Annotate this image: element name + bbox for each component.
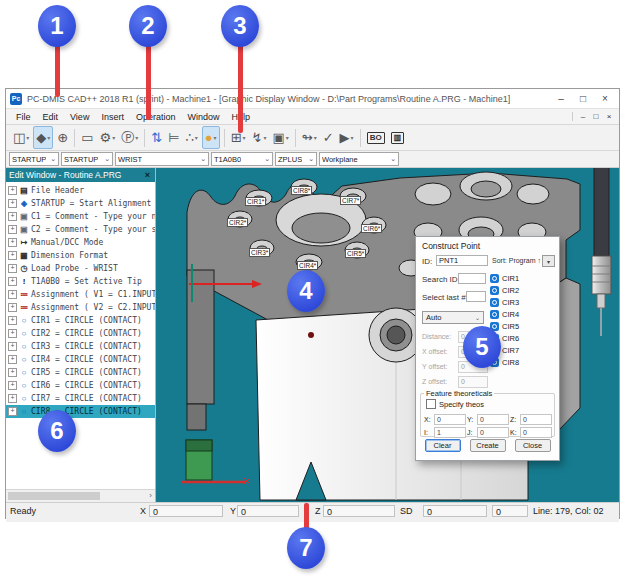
expand-icon[interactable]: + — [8, 238, 17, 247]
tree-item[interactable]: +○CIR2 = CIRCLE (CONTACT) — [6, 327, 155, 340]
expand-icon[interactable]: + — [8, 381, 17, 390]
menu-edit[interactable]: Edit — [37, 112, 65, 122]
checkbox-icon[interactable] — [426, 399, 436, 409]
field-value[interactable]: 0 — [520, 427, 552, 438]
graphic-window-icon[interactable]: ▥ — [389, 127, 407, 148]
point-feature-icon[interactable]: ●▾ — [202, 126, 220, 149]
tree-item[interactable]: +≔Assignment ( V2 = C2.INPUT ) — [6, 301, 155, 314]
method-combo[interactable]: Auto ⌄ — [422, 311, 484, 324]
loop-icon[interactable]: ↬▾ — [300, 127, 319, 148]
id-input[interactable] — [436, 255, 488, 266]
mdi-restore-button[interactable]: □ — [590, 112, 602, 121]
pan-zoom-icon[interactable]: ⊕ — [55, 127, 70, 148]
tree-item[interactable]: +○CIR8 = CIRCLE (CONTACT) — [6, 405, 155, 418]
chevron-down-icon[interactable]: ▾ — [263, 134, 266, 141]
shaded-view-icon[interactable]: ◆▾ — [33, 126, 53, 149]
menu-view[interactable]: View — [64, 112, 95, 122]
specify-theos-checkbox[interactable]: Specify theos — [426, 399, 484, 409]
tree-item[interactable]: +▣C2 = Comment - Type your shift — [6, 223, 155, 236]
close-button[interactable]: Close — [515, 439, 551, 452]
expand-icon[interactable]: + — [8, 407, 17, 416]
tree-item[interactable]: +▦Dimension Format — [6, 249, 155, 262]
chevron-down-icon[interactable]: ▾ — [351, 134, 354, 141]
verify-check-icon[interactable]: ✓ — [321, 127, 336, 148]
expand-icon[interactable]: + — [8, 355, 17, 364]
tree-item[interactable]: +○CIR5 = CIRCLE (CONTACT) — [6, 366, 155, 379]
report-window-icon[interactable]: BO — [365, 127, 387, 148]
expand-icon[interactable]: + — [8, 199, 17, 208]
maximize-button[interactable]: □ — [573, 91, 593, 106]
execute-icon[interactable]: ▶▾ — [338, 127, 356, 148]
scrollbar-thumb[interactable] — [8, 492, 100, 500]
expand-icon[interactable]: + — [8, 303, 17, 312]
field-value[interactable]: 0 — [477, 427, 509, 438]
expand-icon[interactable]: + — [8, 264, 17, 273]
combo-5[interactable]: Workplane⌄ — [319, 152, 399, 166]
tree-item[interactable]: +○CIR1 = CIRCLE (CONTACT) — [6, 314, 155, 327]
expand-icon[interactable]: + — [8, 290, 17, 299]
feature-list-item[interactable]: CIR8 — [490, 356, 554, 368]
chevron-down-icon[interactable]: ▾ — [214, 134, 217, 141]
chevron-down-icon[interactable]: ▾ — [26, 134, 29, 141]
chevron-down-icon[interactable]: ▾ — [286, 134, 289, 141]
field-value[interactable]: 0 — [434, 414, 466, 425]
tree-item[interactable]: +○CIR3 = CIRCLE (CONTACT) — [6, 340, 155, 353]
expand-icon[interactable]: + — [8, 225, 17, 234]
expand-icon[interactable]: + — [8, 251, 17, 260]
chevron-down-icon[interactable]: ▾ — [135, 134, 138, 141]
menu-operation[interactable]: Operation — [130, 112, 182, 122]
close-button[interactable]: × — [595, 91, 615, 106]
horizontal-scrollbar[interactable]: › — [6, 489, 155, 502]
auto-feature-icon[interactable]: ∴▾ — [183, 127, 199, 148]
tree-item[interactable]: +◈STARTUP = Start Alignment — [6, 197, 155, 210]
menu-window[interactable]: Window — [181, 112, 225, 122]
combo-4[interactable]: ZPLUS⌄ — [275, 152, 317, 166]
expand-icon[interactable]: + — [8, 186, 17, 195]
combo-3[interactable]: T1A0B0⌄ — [211, 152, 273, 166]
chevron-down-icon[interactable]: ▾ — [243, 134, 246, 141]
tree-item[interactable]: +◷Load Probe - WRIST — [6, 262, 155, 275]
tree-item[interactable]: +▣C1 = Comment - Type your name: — [6, 210, 155, 223]
feature-list-item[interactable]: CIR2 — [490, 284, 554, 296]
combo-2[interactable]: WRIST⌄ — [115, 152, 209, 166]
clear-button[interactable]: Clear — [425, 439, 461, 452]
combo-1[interactable]: STARTUP⌄ — [61, 152, 113, 166]
feature-list-item[interactable]: CIR1 — [490, 272, 554, 284]
graphic-display-window[interactable]: CIR1*CIR2*CIR3*CIR4*CIR5*CIR6*CIR7*CIR8*… — [156, 168, 619, 502]
field-value[interactable]: 0 — [520, 414, 552, 425]
tree-item[interactable]: +○CIR7 = CIRCLE (CONTACT) — [6, 392, 155, 405]
level-icon[interactable]: ⊨ — [166, 127, 181, 148]
menu-insert[interactable]: Insert — [95, 112, 130, 122]
tree-item[interactable]: +≔Assignment ( V1 = C1.INPUT ) — [6, 288, 155, 301]
create-button[interactable]: Create — [470, 439, 506, 452]
tree-item[interactable]: +↦Manual/DCC Mode — [6, 236, 155, 249]
comment-icon[interactable]: ▭ — [79, 127, 95, 148]
feature-list-item[interactable]: CIR3 — [490, 296, 554, 308]
chevron-down-icon[interactable]: ▾ — [112, 134, 115, 141]
expand-icon[interactable]: + — [8, 368, 17, 377]
minimize-button[interactable]: – — [551, 91, 571, 106]
mdi-minimize-button[interactable]: – — [577, 112, 589, 121]
expand-icon[interactable]: + — [8, 342, 17, 351]
expand-icon[interactable]: + — [8, 212, 17, 221]
chevron-down-icon[interactable]: ▾ — [195, 134, 198, 141]
expand-icon[interactable]: + — [8, 394, 17, 403]
search-id-input[interactable] — [458, 273, 486, 284]
expand-icon[interactable]: + — [8, 329, 17, 338]
probe-utilities-icon[interactable]: Ⓟ▾ — [119, 127, 140, 148]
close-icon[interactable]: × — [143, 170, 152, 180]
tree-item[interactable]: +○CIR6 = CIRCLE (CONTACT) — [6, 379, 155, 392]
pattern-icon[interactable]: ▣▾ — [270, 127, 290, 148]
axes-icon[interactable]: ⇅ — [149, 127, 164, 148]
mdi-close-button[interactable]: × — [603, 112, 615, 121]
feature-list-item[interactable]: CIR4 — [490, 308, 554, 320]
chevron-down-icon[interactable]: ▾ — [314, 134, 317, 141]
settings-gears-icon[interactable]: ⚙▾ — [98, 127, 118, 148]
expand-icon[interactable]: + — [8, 316, 17, 325]
select-last-input[interactable] — [466, 291, 486, 302]
tree-item[interactable]: +○CIR4 = CIRCLE (CONTACT) — [6, 353, 155, 366]
menu-file[interactable]: File — [10, 112, 37, 122]
feature-list[interactable]: CIR1CIR2CIR3CIR4CIR5CIR6CIR7CIR8 — [490, 272, 554, 372]
chevron-down-icon[interactable]: ▾ — [47, 134, 50, 141]
tree-item[interactable]: +▤File Header — [6, 184, 155, 197]
